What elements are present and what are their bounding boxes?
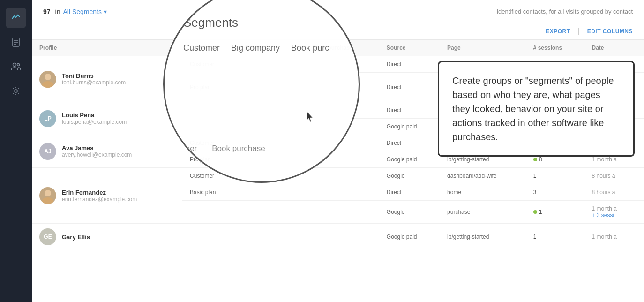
contact-name: Erin Fernandez: [62, 189, 137, 196]
header-in-label: in: [55, 8, 60, 15]
more-sessions-link[interactable]: + 3 sessi: [592, 212, 614, 219]
table-row: Toni Burns toni.burns@example.com Custom…: [32, 56, 644, 73]
source-cell: Direct: [379, 102, 440, 119]
header-description: Identified contacts, for all visits grou…: [497, 8, 633, 15]
segment-customer: Customer: [182, 168, 238, 184]
contact-email: louis.pena@example.com: [62, 119, 127, 125]
sidebar-item-activity[interactable]: [6, 8, 26, 28]
page-cell: thank-you: [440, 73, 526, 102]
profile-cell: Toni Burns toni.burns@example.com: [32, 56, 182, 102]
more-sessions-link[interactable]: 19 sessions: [592, 84, 621, 91]
profile-cell: AJ Ava James avery.howell@example.com: [32, 135, 182, 168]
col-profile: Profile: [32, 40, 182, 56]
date-cell: 1 month a: [584, 224, 644, 250]
profile-cell: LP Louis Pena louis.pena@example.com: [32, 102, 182, 135]
source-cell: Google paid: [379, 151, 440, 168]
toolbar-divider: |: [578, 27, 580, 36]
sessions-cell: 5: [526, 73, 584, 102]
page-cell: home: [440, 102, 526, 119]
source-cell: Direct: [379, 56, 440, 73]
source-cell: Google: [379, 201, 440, 224]
sidebar: [0, 0, 32, 302]
contact-name: Louis Pena: [62, 112, 127, 119]
header-bar: 97 in All Segments ▾ Identified contacts…: [32, 0, 644, 23]
avatar: [39, 71, 56, 88]
table-row: Erin Fernandez erin.fernandez@example.co…: [32, 168, 644, 184]
sessions-cell: 3: [526, 119, 584, 135]
table-row: AJ Ava James avery.howell@example.com Cu…: [32, 135, 644, 151]
table-header-row: Profile Customer Big company Book purcha…: [32, 40, 644, 56]
sessions-cell: 1: [526, 168, 584, 184]
svg-point-4: [13, 63, 16, 67]
toolbar: EXPORT | EDIT COLUMNS: [32, 23, 644, 40]
svg-point-8: [42, 81, 53, 88]
segment-basic: Basic plan: [182, 184, 238, 201]
sidebar-item-settings[interactable]: [6, 81, 26, 101]
source-cell: Google: [379, 168, 440, 184]
sessions-cell: 8: [526, 151, 584, 168]
col-big-company: Big company: [238, 40, 305, 56]
avatar: LP: [39, 110, 56, 127]
svg-point-5: [17, 64, 20, 66]
sessions-cell: 1: [526, 201, 584, 224]
segment-pro: Pro plan: [182, 73, 238, 102]
svg-point-6: [15, 90, 17, 92]
contact-name: Toni Burns: [62, 72, 126, 79]
page-cell: lp/getting-started: [440, 151, 526, 168]
source-cell: Direct: [379, 135, 440, 151]
svg-point-7: [45, 74, 51, 80]
contact-name: Gary Ellis: [62, 234, 90, 241]
edit-columns-button[interactable]: EDIT COLUMNS: [587, 28, 633, 35]
page-cell: lp/getting-started: [440, 224, 526, 250]
col-page: Page: [440, 40, 526, 56]
date-cell: 1 month a + 3 sessi: [584, 201, 644, 224]
source-cell: Google paid: [379, 119, 440, 135]
sessions-cell: 3: [526, 184, 584, 201]
sessions-cell: 1: [526, 224, 584, 250]
date-cell: 8 hours a: [584, 168, 644, 184]
table-row: LP Louis Pena louis.pena@example.com Dir…: [32, 102, 644, 119]
date-cell: 6 hours a: [584, 56, 644, 73]
source-cell: Direct: [379, 184, 440, 201]
contact-count: 97: [43, 8, 51, 15]
source-cell: Google paid: [379, 224, 440, 250]
segment-customer: Customer: [182, 56, 238, 73]
sidebar-item-documents[interactable]: [6, 32, 26, 53]
contact-email: toni.burns@example.com: [62, 79, 126, 86]
page-cell: home: [440, 184, 526, 201]
table-row: GE Gary Ellis Google paid lp/getting-sta…: [32, 224, 644, 250]
sidebar-item-people[interactable]: [6, 56, 26, 77]
date-cell: 7 hours a: [584, 102, 644, 119]
date-cell: 6 hours a 19 sessions 7 hours a: [584, 73, 644, 102]
col-book-purchase: Book purchase: [305, 40, 379, 56]
avatar: AJ: [39, 143, 56, 160]
page-cell: dashboard/add-wife: [440, 168, 526, 184]
profile-cell: GE Gary Ellis: [32, 224, 182, 250]
col-sessions: # sessions: [526, 40, 584, 56]
col-date: Date: [584, 40, 644, 56]
col-source: Source: [379, 40, 440, 56]
sessions-cell: 4: [526, 135, 584, 151]
contacts-table: Profile Customer Big company Book purcha…: [32, 40, 644, 250]
table-area: Profile Customer Big company Book purcha…: [32, 40, 644, 302]
sessions-cell: 4: [526, 102, 584, 119]
svg-point-9: [45, 190, 51, 196]
page-cell: lp/getting-started: [440, 119, 526, 135]
page-cell: purchase: [440, 201, 526, 224]
date-cell: 8 hours a: [584, 184, 644, 201]
page-cell: home: [440, 135, 526, 151]
date-cell: 8 hours a: [584, 135, 644, 151]
avatar: [39, 187, 56, 204]
source-cell: Direct: [379, 73, 440, 102]
contact-name: Ava James: [62, 144, 132, 151]
header-left: 97 in All Segments ▾: [43, 8, 107, 15]
profile-cell: Erin Fernandez erin.fernandez@example.co…: [32, 168, 182, 224]
segments-link[interactable]: All Segments ▾: [63, 8, 106, 15]
svg-point-10: [42, 197, 53, 204]
avatar: GE: [39, 228, 56, 245]
date-cell: 1 month a: [584, 119, 644, 135]
export-button[interactable]: EXPORT: [546, 28, 570, 35]
contact-email: erin.fernandez@example.com: [62, 196, 137, 203]
col-customer: Customer: [182, 40, 238, 56]
contact-email: avery.howell@example.com: [62, 151, 132, 158]
